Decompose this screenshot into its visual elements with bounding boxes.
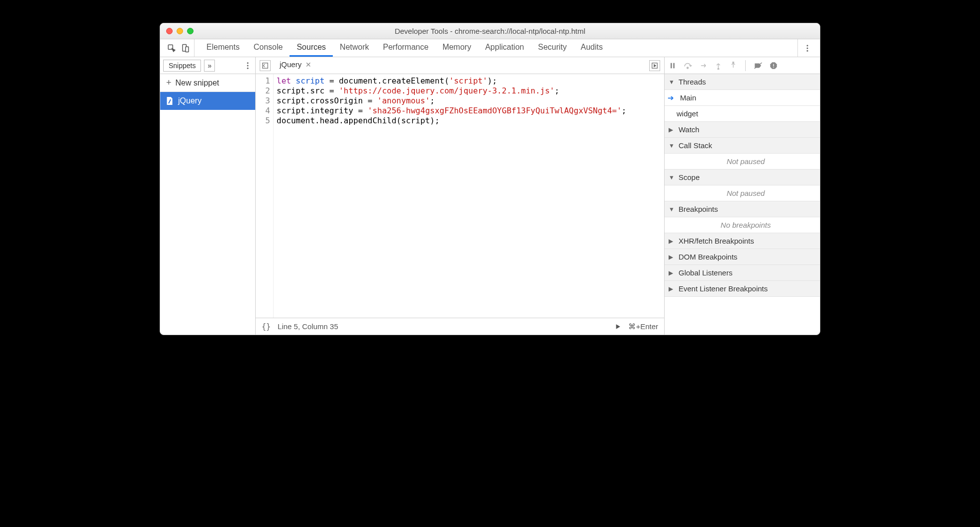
line-gutter: 12345 — [256, 74, 274, 318]
svg-point-8 — [247, 67, 249, 69]
section-event-listener-breakpoints[interactable]: ▶Event Listener Breakpoints — [665, 281, 820, 297]
disclosure-icon: ▶ — [669, 285, 676, 292]
current-thread-icon: ➔ — [668, 93, 674, 102]
run-panel-button[interactable] — [649, 60, 660, 71]
section-scope[interactable]: ▼Scope — [665, 170, 820, 185]
step-out-icon[interactable] — [714, 62, 722, 70]
svg-point-3 — [807, 45, 808, 46]
minimize-window-button[interactable] — [177, 28, 183, 34]
run-shortcut-hint: ⌘+Enter — [628, 322, 658, 331]
code-editor[interactable]: 12345 let script = document.createElemen… — [256, 74, 664, 318]
section-watch[interactable]: ▶Watch — [665, 122, 820, 138]
debugger-pane: ▼Threads➔Mainwidget▶Watch▼Call StackNot … — [665, 57, 820, 335]
kebab-menu-icon[interactable] — [803, 44, 812, 53]
panel-tab-network[interactable]: Network — [333, 39, 376, 57]
section-empty: No breakpoints — [665, 217, 820, 233]
nav-history-button[interactable] — [260, 60, 271, 71]
snippet-item[interactable]: jQuery — [160, 92, 255, 110]
device-mode-icon[interactable] — [181, 44, 190, 53]
svg-rect-11 — [671, 63, 672, 68]
svg-rect-16 — [773, 64, 774, 66]
svg-point-5 — [807, 50, 808, 51]
plus-icon: + — [166, 78, 172, 88]
panel-tab-application[interactable]: Application — [478, 39, 531, 57]
traffic-lights — [160, 28, 194, 34]
panel-tab-audits[interactable]: Audits — [574, 39, 609, 57]
section-xhr-breakpoints[interactable]: ▶XHR/fetch Breakpoints — [665, 233, 820, 249]
disclosure-icon: ▶ — [669, 126, 676, 133]
thread-row[interactable]: ➔Main — [665, 90, 820, 106]
step-into-icon[interactable] — [699, 62, 707, 70]
panel-tab-elements[interactable]: Elements — [199, 39, 247, 57]
step-over-icon[interactable] — [684, 62, 692, 70]
window-title: Developer Tools - chrome-search://local-… — [160, 27, 820, 35]
svg-point-6 — [247, 62, 249, 64]
svg-point-7 — [247, 65, 249, 66]
navigator-sidebar: Snippets » + New snippet jQuery — [160, 57, 256, 335]
section-empty: Not paused — [665, 154, 820, 170]
disclosure-icon: ▶ — [669, 238, 676, 245]
panel-tab-security[interactable]: Security — [531, 39, 574, 57]
svg-rect-17 — [773, 67, 774, 67]
section-empty: Not paused — [665, 185, 820, 201]
play-icon[interactable] — [614, 323, 621, 330]
svg-point-15 — [733, 62, 734, 63]
panel-tab-console[interactable]: Console — [247, 39, 290, 57]
disclosure-icon: ▶ — [669, 269, 676, 276]
devtools-window: Developer Tools - chrome-search://local-… — [160, 23, 820, 335]
panel-tab-sources[interactable]: Sources — [290, 39, 333, 57]
editor-pane: jQuery ✕ 12345 let script = document.cre… — [256, 57, 665, 335]
section-breakpoints[interactable]: ▼Breakpoints — [665, 201, 820, 217]
panel-tabbar: ElementsConsoleSourcesNetworkPerformance… — [160, 39, 820, 57]
navigator-tab-snippets[interactable]: Snippets — [163, 60, 201, 72]
titlebar: Developer Tools - chrome-search://local-… — [160, 23, 820, 39]
panel-tab-performance[interactable]: Performance — [376, 39, 436, 57]
section-callstack[interactable]: ▼Call Stack — [665, 138, 820, 154]
debugger-toolbar — [665, 57, 820, 74]
close-window-button[interactable] — [166, 28, 173, 34]
svg-rect-12 — [673, 63, 675, 68]
disclosure-icon: ▶ — [669, 254, 676, 261]
disclosure-icon: ▼ — [669, 206, 676, 213]
svg-point-13 — [687, 67, 688, 69]
svg-point-4 — [807, 47, 808, 49]
svg-rect-2 — [186, 47, 189, 52]
disclosure-icon: ▼ — [669, 79, 676, 86]
panel-tab-memory[interactable]: Memory — [435, 39, 478, 57]
inspect-element-icon[interactable] — [167, 44, 176, 53]
pause-on-exceptions-icon[interactable] — [770, 62, 778, 70]
svg-point-14 — [718, 68, 719, 70]
sources-content: Snippets » + New snippet jQuery — [160, 57, 820, 335]
thread-row[interactable]: widget — [665, 106, 820, 122]
navigator-overflow-button[interactable]: » — [204, 60, 215, 72]
new-snippet-button[interactable]: + New snippet — [160, 74, 255, 92]
new-snippet-label: New snippet — [176, 79, 219, 88]
snippet-file-icon — [166, 97, 173, 105]
deactivate-breakpoints-icon[interactable] — [754, 62, 763, 70]
section-threads[interactable]: ▼Threads — [665, 74, 820, 90]
code-area[interactable]: let script = document.createElement('scr… — [274, 74, 626, 318]
file-tab-label: jQuery — [280, 60, 301, 69]
editor-tabbar: jQuery ✕ — [256, 57, 664, 74]
snippet-item-label: jQuery — [178, 96, 201, 105]
section-dom-breakpoints[interactable]: ▶DOM Breakpoints — [665, 249, 820, 265]
file-tab[interactable]: jQuery ✕ — [275, 58, 316, 73]
navigator-tabbar: Snippets » — [160, 57, 255, 74]
pretty-print-icon[interactable]: {} — [262, 322, 271, 331]
step-icon[interactable] — [729, 62, 737, 70]
zoom-window-button[interactable] — [187, 28, 194, 34]
navigator-more-icon[interactable] — [243, 61, 252, 70]
cursor-position: Line 5, Column 35 — [278, 322, 338, 331]
section-global-listeners[interactable]: ▶Global Listeners — [665, 265, 820, 281]
editor-statusbar: {} Line 5, Column 35 ⌘+Enter — [256, 318, 664, 335]
pause-icon[interactable] — [669, 62, 677, 70]
disclosure-icon: ▼ — [669, 174, 676, 181]
close-tab-icon[interactable]: ✕ — [305, 61, 311, 69]
disclosure-icon: ▼ — [669, 142, 676, 149]
